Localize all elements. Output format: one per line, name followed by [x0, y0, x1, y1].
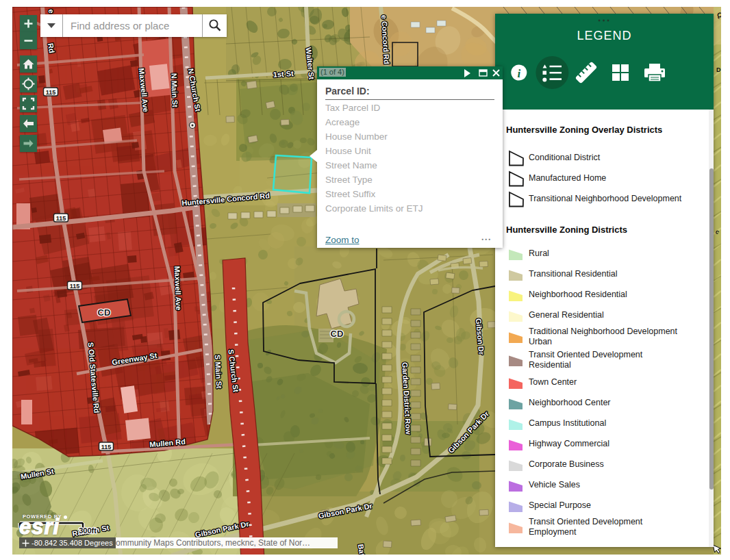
svg-text:Rd: Rd: [47, 42, 56, 54]
svg-text:1st St: 1st St: [273, 69, 294, 79]
svg-text:D: D: [716, 66, 721, 73]
svg-text:CD: CD: [98, 307, 111, 318]
svg-text:115: 115: [56, 215, 66, 222]
svg-text:300ft: 300ft: [79, 526, 97, 535]
svg-text:CD: CD: [331, 329, 344, 339]
svg-text:115: 115: [70, 283, 80, 290]
svg-text:Maxwell Ave: Maxwell Ave: [173, 266, 183, 310]
svg-text:115: 115: [46, 89, 56, 96]
svg-text:N Main St: N Main St: [170, 73, 179, 108]
svg-text:115: 115: [101, 444, 112, 450]
svg-text:Bat: Bat: [357, 544, 366, 555]
svg-text:i: i: [517, 67, 520, 80]
